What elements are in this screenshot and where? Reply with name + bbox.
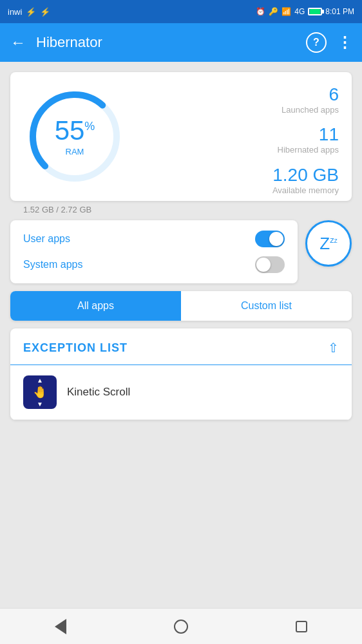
nav-home-button[interactable]	[168, 614, 194, 639]
battery-icon	[308, 8, 322, 15]
nav-recent-icon	[296, 621, 307, 632]
tab-all-apps[interactable]: All apps	[10, 291, 181, 321]
status-bar: inwi ⚡ ⚡ ⏰ 🔑 📶 4G 8:01 PM	[0, 0, 362, 23]
app-bar-actions: ? ⋮	[306, 32, 352, 53]
status-bar-left: inwi ⚡ ⚡	[8, 7, 50, 17]
nav-recent-button[interactable]	[289, 614, 314, 639]
usb-icon-1: ⚡	[26, 7, 36, 17]
nav-bar	[0, 608, 362, 644]
hibernated-label: Hibernated apps	[278, 145, 339, 155]
app-bar: ← Hibernator ? ⋮	[0, 23, 362, 62]
main-content: 55% RAM 6 Launched apps 11 Hibernated ap…	[0, 62, 362, 608]
time-display: 8:01 PM	[325, 7, 354, 16]
ram-value: 55%	[55, 117, 95, 144]
launched-label: Launched apps	[281, 105, 339, 115]
nav-back-icon	[55, 619, 66, 634]
hibernated-apps-stat: 11 Hibernated apps	[278, 125, 339, 155]
user-apps-label: User apps	[23, 233, 70, 245]
controls-row: User apps System apps Zzz	[10, 220, 352, 283]
nav-home-icon	[174, 620, 188, 634]
available-memory-label: Available memory	[272, 185, 339, 195]
user-apps-thumb	[269, 232, 283, 246]
back-button[interactable]: ←	[10, 33, 26, 52]
wifi-icon: 📶	[281, 7, 291, 16]
ram-percentage-display: 55% RAM	[55, 117, 95, 156]
carrier-name: inwi	[8, 7, 22, 17]
ram-stats: 6 Launched apps 11 Hibernated apps 1.20 …	[139, 85, 339, 195]
system-apps-thumb	[256, 258, 271, 272]
app-title: Hibernator	[36, 34, 306, 51]
usb-icon-2: ⚡	[40, 7, 50, 17]
app-name-kinetic-scroll: Kinetic Scroll	[67, 386, 130, 399]
launched-count: 6	[281, 85, 339, 105]
hibernated-count: 11	[278, 125, 339, 145]
exception-card: Exception List ⇧ ▲ 🤚 ▼ Kinetic Scroll	[10, 328, 352, 420]
key-icon: 🔑	[269, 7, 278, 16]
launched-apps-stat: 6 Launched apps	[281, 85, 339, 115]
system-apps-toggle[interactable]	[255, 256, 285, 273]
tab-custom-list[interactable]: Custom list	[181, 291, 352, 321]
system-apps-row: System apps	[23, 256, 285, 273]
more-options-button[interactable]: ⋮	[337, 33, 352, 52]
status-bar-right: ⏰ 🔑 📶 4G 8:01 PM	[256, 7, 354, 16]
user-apps-row: User apps	[23, 231, 285, 247]
user-apps-toggle[interactable]	[255, 231, 285, 247]
system-apps-label: System apps	[23, 259, 82, 270]
alarm-icon: ⏰	[256, 7, 265, 16]
available-memory-stat: 1.20 GB Available memory	[272, 165, 339, 195]
ram-label: RAM	[55, 147, 95, 156]
exception-header: Exception List ⇧	[10, 328, 352, 365]
app-icon-kinetic-scroll: ▲ 🤚 ▼	[23, 375, 57, 409]
signal-icon: 4G	[294, 7, 305, 16]
exception-title: Exception List	[23, 341, 128, 355]
toggles-card: User apps System apps	[10, 220, 298, 283]
help-button[interactable]: ?	[306, 32, 327, 53]
tab-bar: All apps Custom list	[10, 291, 352, 321]
sleep-icon: Zzz	[319, 234, 337, 254]
sleep-button[interactable]: Zzz	[305, 220, 352, 267]
collapse-button[interactable]: ⇧	[328, 340, 339, 355]
scroll-icon: ▲ 🤚 ▼	[33, 377, 47, 408]
ram-card: 55% RAM 6 Launched apps 11 Hibernated ap…	[10, 72, 352, 201]
ram-chart: 55% RAM	[23, 85, 126, 188]
list-item: ▲ 🤚 ▼ Kinetic Scroll	[10, 365, 352, 420]
nav-back-button[interactable]	[48, 614, 73, 639]
available-memory-value: 1.20 GB	[272, 165, 339, 185]
ram-usage-text: 1.52 GB / 2.72 GB	[23, 205, 91, 214]
